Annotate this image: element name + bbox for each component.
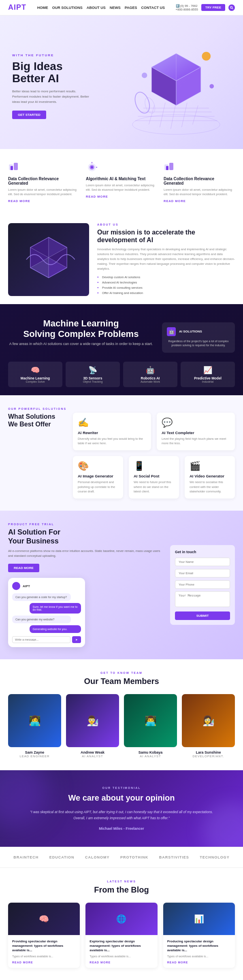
- solutions-title: What Solutions We Best Offer: [8, 413, 65, 428]
- team-photo-placeholder-1: 👩‍💻: [8, 694, 61, 747]
- chat-msg-4: Generating website for you.: [30, 625, 81, 633]
- ml-cards: 🧠 Machine Learning Complex Solve 📡 3D Se…: [8, 362, 235, 387]
- testimonial-section: OUR TESTIMONIAL We care about your opini…: [0, 770, 243, 847]
- nav-pages[interactable]: PAGES: [125, 6, 137, 10]
- features-grid: Data Collection Relevance Generated Lore…: [8, 161, 235, 203]
- chat-msg-2: Sure, let me know if you want me to do t…: [30, 603, 81, 614]
- testimonial-quote: "I was skeptical at first about using AI…: [24, 809, 219, 821]
- hero-cta-button[interactable]: GET STARTED: [12, 111, 46, 119]
- partner-6: TECHNOLOGY: [200, 855, 230, 859]
- nav-solutions[interactable]: OUR SOLUTIONS: [52, 6, 83, 10]
- about-description: Innovative technology company that speci…: [97, 247, 235, 271]
- form-name-input[interactable]: [175, 558, 230, 566]
- chat-send-button[interactable]: ➤: [72, 636, 81, 643]
- solution-icon-2: 💬: [162, 418, 230, 428]
- feature-readmore-3[interactable]: READ MORE: [164, 199, 235, 203]
- phone-numbers: 0️⃣ (0) 99 - 7662 +800-8066-8555: [176, 4, 198, 11]
- solutions-tag: OUR POWERFUL SOLUTIONS: [8, 407, 235, 410]
- partner-4: PROTOTHINK: [120, 855, 148, 859]
- about-title: Our mission is to accelerate the develop…: [97, 228, 235, 244]
- solution-card-5: 🎬 AI Video Generator We need to socialis…: [185, 456, 235, 499]
- about-list-item-2: Advanced AI technologies: [97, 280, 235, 285]
- solution-card-1: ✍️ Ai Rewriter Diversify what do you fee…: [73, 413, 151, 451]
- ml-banner-section: Machine Learning Solving Complex Problem…: [0, 304, 243, 395]
- ml-card-title-2: 3D Sensors: [69, 376, 117, 380]
- ml-icon-1: 🧠: [11, 366, 59, 375]
- svg-line-1: [232, 8, 233, 9]
- svg-rect-33: [169, 163, 173, 170]
- partners-section: BRAINTECH EDUCATION CALONOMY PROTOTHINK …: [0, 847, 243, 868]
- team-photo-3: 👨‍💻: [124, 694, 177, 747]
- form-message-input[interactable]: [175, 591, 230, 607]
- svg-point-20: [142, 72, 147, 78]
- solution-desc-5: We need to socialise this content with t…: [190, 480, 230, 494]
- logo-text: AIPT: [8, 3, 26, 11]
- blog-post-title-2: Exploring spectacular design management:…: [90, 939, 153, 953]
- svg-point-19: [202, 52, 211, 61]
- blog-readmore-2[interactable]: READ MORE: [90, 961, 153, 964]
- svg-rect-34: [166, 166, 168, 170]
- blog-readmore-1[interactable]: READ MORE: [12, 961, 76, 964]
- svg-rect-26: [11, 166, 13, 170]
- svg-line-9: [171, 102, 177, 129]
- about-list: Develop custom AI solutions Advanced AI …: [97, 275, 235, 296]
- feature-item-3: Data Collection Relevance Generated Lore…: [164, 161, 235, 203]
- solution-icon-3: 🎨: [78, 461, 118, 471]
- team-tag: GET TO KNOW TEAM: [8, 671, 235, 674]
- ml-subtitle: A few areas in which AI solutions can co…: [8, 341, 154, 347]
- solution-desc-3: Personal development and polishing up co…: [78, 480, 118, 494]
- nav-home[interactable]: HOME: [37, 6, 48, 10]
- about-list-item-1: Develop custom AI solutions: [97, 275, 235, 280]
- about-image: [8, 223, 89, 296]
- form-email-input[interactable]: [175, 569, 230, 577]
- nav-contact[interactable]: CONTACT US: [141, 6, 165, 10]
- svg-point-2: [132, 115, 220, 134]
- feature-desc-2: Lorem ipsum dolor sit amet, consectetur …: [86, 183, 157, 192]
- cta-button[interactable]: READ MORE: [8, 564, 39, 572]
- feature-readmore-1[interactable]: READ MORE: [8, 199, 79, 203]
- ml-badge: Regardless of the project's type a lot o…: [167, 339, 230, 348]
- team-role-2: AI ANALYST: [66, 754, 119, 758]
- form-phone-input[interactable]: [175, 580, 230, 589]
- blog-readmore-3[interactable]: READ MORE: [167, 961, 231, 964]
- svg-rect-25: [14, 163, 18, 170]
- solutions-left: What Solutions We Best Offer: [8, 413, 65, 499]
- search-button[interactable]: [228, 4, 235, 11]
- team-photo-1: 👩‍💻: [8, 694, 61, 747]
- testimonial-author: Michael Miles - Freelancer: [24, 827, 219, 831]
- ml-icon-4: 📈: [184, 366, 232, 375]
- hero-tag: WITH THE FUTURE: [12, 53, 122, 57]
- solution-desc-4: We need to future proof this where do we…: [134, 480, 174, 494]
- partner-3: CALONOMY: [85, 855, 110, 859]
- about-image-container: [8, 223, 89, 296]
- nav-news[interactable]: NEWS: [110, 6, 121, 10]
- ml-card-2: 📡 3D Sensors Object Tracking: [66, 362, 120, 387]
- team-name-3: Samu Kobaya: [124, 750, 177, 754]
- nav-links: HOME OUR SOLUTIONS ABOUT US NEWS PAGES C…: [37, 6, 165, 10]
- chat-input[interactable]: [12, 636, 70, 643]
- team-member-1: 👩‍💻 Sam Zayne LEAD ENGINEER: [8, 694, 61, 758]
- blog-title: From the Blog: [8, 885, 235, 895]
- blog-card-1: 🧠 Providing spectacular design managemen…: [8, 903, 80, 968]
- try-free-button[interactable]: TRY FREE: [201, 4, 225, 11]
- feature-readmore-2[interactable]: READ MORE: [86, 195, 157, 198]
- form-submit-button[interactable]: SUBMIT: [175, 611, 230, 620]
- solution-icon-5: 🎬: [190, 461, 230, 471]
- chat-widget: AIPT Can you generate a code for my star…: [8, 578, 85, 647]
- hero-image: [122, 32, 231, 141]
- ml-icon-2: 📡: [69, 366, 117, 375]
- team-name-1: Sam Zayne: [8, 750, 61, 754]
- nav-about[interactable]: ABOUT US: [87, 6, 106, 10]
- feature-desc-3: Lorem ipsum dolor sit amet, consectetur …: [164, 187, 235, 197]
- blog-grid: 🧠 Providing spectacular design managemen…: [8, 903, 235, 968]
- blog-post-desc-3: Types of workflows available is...: [167, 954, 231, 959]
- feature-title-3: Data Collection Relevance Generated: [164, 177, 235, 185]
- solutions-right: ✍️ Ai Rewriter Diversify what do you fee…: [73, 413, 235, 499]
- testimonial-tag: OUR TESTIMONIAL: [24, 786, 219, 789]
- hero-content: WITH THE FUTURE Big Ideas Better AI Bett…: [12, 53, 122, 119]
- partner-5: BARSTIVITIES: [159, 855, 189, 859]
- svg-point-21: [209, 84, 214, 89]
- hero-section: WITH THE FUTURE Big Ideas Better AI Bett…: [0, 15, 243, 149]
- team-photo-placeholder-4: 👩‍🔬: [182, 694, 235, 747]
- team-name-4: Lara Sunshine: [182, 750, 235, 754]
